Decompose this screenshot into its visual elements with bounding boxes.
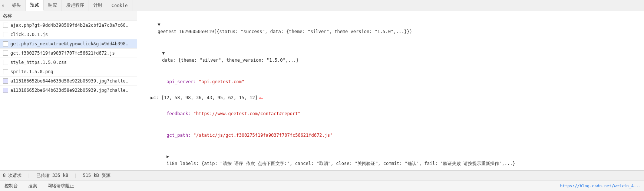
response-panel: ▼ geetest_1629605059419({status: "succes… — [137, 11, 644, 170]
file-icon — [3, 23, 8, 28]
tab-bar: × 标头 预览 响应 发起程序 计时 Cookie — [0, 0, 644, 11]
json-i18n: ▶ i18n_labels: {atip: "请按_语序_依次_点击下图文字:"… — [142, 146, 640, 170]
list-item[interactable]: gct.f300275f19fa9037f707fc56621fd672.js — [0, 49, 137, 58]
list-item[interactable]: style_https.1.5.0.css — [0, 58, 137, 67]
bottom-toolbar: 控制台 搜索 网络请求阻止 https://blog.csdn.net/weix… — [0, 181, 644, 191]
requests-count: 8 次请求 — [3, 172, 22, 179]
search-button[interactable]: 搜索 — [27, 182, 39, 190]
file-list-header: 名称 — [0, 11, 137, 21]
tab-response[interactable]: 响应 — [44, 0, 62, 11]
file-list: 名称 ajax.php?gt=9dd4b398509fd4b2a2cbf2a7c… — [0, 11, 137, 170]
json-gct-path: gct_path: "/static/js/gct.f300275f19fa90… — [142, 124, 640, 146]
status-divider: | — [27, 173, 30, 178]
tab-headers[interactable]: 标头 — [7, 0, 26, 11]
json-root-line: ▼ geetest_1629605059419({status: "succes… — [142, 14, 640, 43]
list-item[interactable]: ajax.php?gt=9dd4b398509fd4b2a2cbf2a7c0a7… — [0, 21, 137, 30]
file-icon — [3, 51, 8, 56]
file-name: style_https.1.5.0.css — [10, 60, 67, 65]
tab-timing[interactable]: 计时 — [89, 0, 107, 11]
status-bar: 8 次请求 | 已传输 335 kB | 515 kB 资源 — [0, 170, 644, 181]
red-arrow-c: ← — [259, 93, 263, 103]
file-name: a113166652be644b633d58e922b05939.jpg?cha… — [10, 78, 129, 84]
list-item-selected[interactable]: get.php?is_next=true&type=click&gt=9dd4b… — [0, 39, 137, 49]
file-name: ajax.php?gt=9dd4b398509fd4b2a2cbf2a7c0a7… — [10, 23, 129, 28]
tab-preview[interactable]: 预览 — [26, 0, 44, 11]
json-data-line: ▼ data: {theme: "silver", theme_version:… — [142, 43, 640, 71]
status-divider-2: | — [74, 173, 77, 178]
close-icon[interactable]: × — [1, 3, 4, 8]
list-item[interactable]: a113166652be644b633d58e922b05939.jpg?cha… — [0, 86, 137, 95]
collapse-arrow[interactable]: ▼ — [162, 51, 165, 56]
json-feedback: feedback: "https://www.geetest.com/conta… — [142, 103, 640, 125]
file-icon — [3, 88, 8, 93]
tab-cookie[interactable]: Cookie — [107, 0, 132, 11]
transferred-size: 已传输 335 kB — [36, 172, 69, 179]
file-name: gct.f300275f19fa9037f707fc56621fd672.js — [10, 51, 115, 56]
file-icon — [3, 32, 8, 37]
console-button[interactable]: 控制台 — [3, 182, 19, 190]
list-item[interactable]: click.3.0.1.js — [0, 30, 137, 39]
file-name: a113166652be644b633d58e922b05939.jpg?cha… — [10, 88, 129, 93]
list-item[interactable]: sprite.1.5.0.png — [0, 67, 137, 77]
file-name: click.3.0.1.js — [10, 32, 48, 37]
file-icon — [3, 69, 8, 74]
network-block-button[interactable]: 网络请求阻止 — [46, 182, 76, 190]
tab-initiator[interactable]: 发起程序 — [62, 0, 89, 11]
collapse-arrow[interactable]: ▶ — [151, 94, 153, 101]
file-icon — [3, 78, 8, 84]
collapse-arrow[interactable]: ▼ — [158, 22, 160, 27]
json-c-line: ▶ c: [12, 58, 98, 36, 43, 95, 62, 15, 12… — [142, 93, 640, 103]
bottom-link[interactable]: https://blog.csdn.net/weixin_4... — [560, 184, 641, 188]
collapse-arrow[interactable]: ▶ — [166, 154, 169, 159]
file-icon — [3, 60, 8, 65]
file-name: get.php?is_next=true&type=click&gt=9dd4b… — [10, 41, 129, 46]
file-icon — [3, 41, 8, 46]
resources-size: 515 kB 资源 — [83, 172, 111, 179]
json-api-server: api_server: "api.geetest.com" — [142, 71, 640, 93]
list-item[interactable]: a113166652be644b633d58e922b05939.jpg?cha… — [0, 77, 137, 86]
main-content: 名称 ajax.php?gt=9dd4b398509fd4b2a2cbf2a7c… — [0, 11, 644, 170]
file-name: sprite.1.5.0.png — [10, 69, 53, 74]
